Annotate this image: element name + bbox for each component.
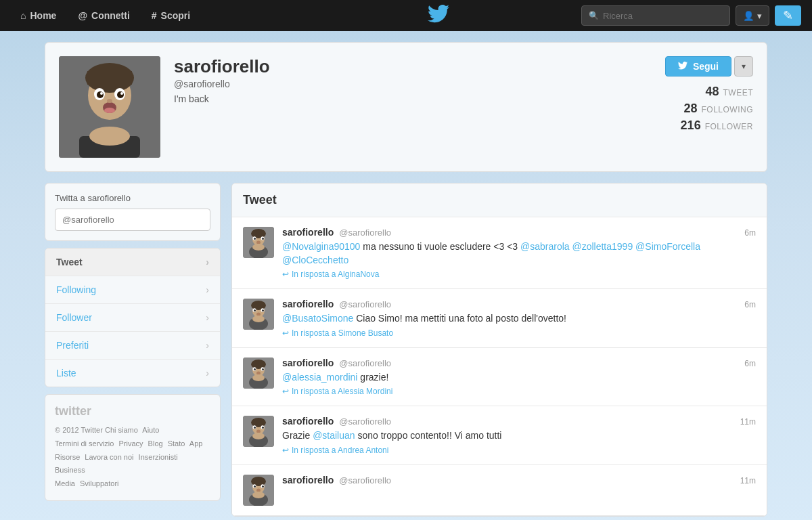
svg-point-32	[262, 309, 264, 311]
tweet-handle-3: @sarofiorello	[339, 358, 391, 368]
footer-link-media[interactable]: Media	[55, 479, 75, 488]
tweet-to-box: Twitta a sarofiorello	[45, 183, 221, 241]
tweet-author-1: sarofiorello	[282, 227, 334, 238]
chevron-right-icon: ›	[206, 257, 209, 267]
svg-point-65	[252, 492, 265, 498]
footer-link-blog[interactable]: Blog	[148, 439, 163, 448]
tweet-mention-2[interactable]: @sabrarola	[520, 241, 570, 252]
follow-button-label: Segui	[693, 61, 719, 72]
hash-icon: #	[152, 10, 157, 21]
search-input[interactable]	[603, 11, 723, 21]
tweet-mention-busato[interactable]: @BusatoSimone	[282, 313, 353, 324]
search-bar[interactable]: 🔍	[581, 5, 730, 26]
footer-link-sviluppatori[interactable]: Sviluppatori	[80, 479, 118, 488]
sidebar-item-preferiti[interactable]: Preferiti ›	[45, 332, 220, 360]
tweet-body-5: sarofiorello @sarofiorello 11m	[282, 475, 756, 506]
at-icon: @	[78, 10, 87, 21]
tweet-meta-3: sarofiorello @sarofiorello 6m	[282, 358, 756, 368]
tweet-mention-1[interactable]: @Novalgina90100	[282, 241, 360, 252]
footer-link-stato[interactable]: Stato	[168, 439, 185, 448]
svg-point-12	[104, 108, 115, 113]
tweet-to-input[interactable]	[55, 209, 210, 231]
sidebar-item-follower[interactable]: Follower ›	[45, 304, 220, 332]
tweet-reply-4: ↩ In risposta a Andrea Antoni	[282, 446, 756, 455]
page-wrap: sarofiorello @sarofiorello I'm back Segu…	[34, 31, 778, 520]
follower-count: 216	[681, 118, 701, 133]
tweets-label: TWEET	[723, 88, 754, 98]
sidebar-follower-label: Follower	[56, 312, 92, 323]
tweet-mention-4[interactable]: @SimoForcella	[635, 241, 700, 252]
svg-point-55	[252, 433, 265, 439]
nav-home[interactable]: ⌂ Home	[11, 0, 66, 31]
caret-down-icon: ▾	[742, 62, 746, 71]
footer-link-chi-siamo[interactable]: Chi siamo	[105, 426, 138, 434]
svg-point-33	[256, 313, 261, 316]
tweets-count: 48	[705, 85, 719, 99]
nav-connect[interactable]: @ Connetti	[68, 0, 139, 31]
nav-left: ⌂ Home @ Connetti # Scopri	[11, 0, 296, 31]
svg-point-63	[256, 488, 261, 492]
tweet-mention-5[interactable]: @CloCecchetto	[282, 255, 348, 265]
tweet-item: sarofiorello @sarofiorello 6m @Novalgina…	[232, 217, 767, 289]
tweet-reply-link-2[interactable]: In risposta a Simone Busato	[292, 328, 393, 338]
svg-point-28	[251, 301, 266, 310]
tweet-mention-stailuan[interactable]: @stailuan	[313, 430, 355, 441]
footer-link-business[interactable]: Business	[55, 466, 85, 474]
footer-link-termini[interactable]: Termini di servizio	[55, 439, 114, 448]
tweet-time-2: 6m	[744, 300, 756, 309]
chevron-right-icon-4: ›	[206, 340, 209, 351]
tweet-meta-1: sarofiorello @sarofiorello 6m	[282, 227, 756, 238]
tweet-avatar-1	[243, 227, 274, 258]
tweet-mention-3[interactable]: @zolletta1999	[572, 241, 633, 252]
tweet-body-1: sarofiorello @sarofiorello 6m @Novalgina…	[282, 227, 756, 279]
tweet-item-4: sarofiorello @sarofiorello 11m Grazie @s…	[232, 406, 767, 465]
caret-icon: ▾	[757, 11, 762, 21]
compose-button[interactable]: ✎	[775, 5, 801, 26]
profile-header: sarofiorello @sarofiorello I'm back Segu…	[45, 42, 767, 172]
footer-copyright: © 2012 Twitter	[55, 426, 103, 434]
profile-stats: 48 TWEET 28 FOLLOWING 216 FOLLOWER	[681, 85, 753, 133]
svg-point-35	[252, 316, 265, 322]
tweet-avatar-3	[243, 358, 274, 389]
tweet-time-5: 11m	[740, 476, 756, 485]
footer-link-lavora[interactable]: Lavora con noi	[85, 453, 133, 461]
footer-link-app[interactable]: App	[189, 439, 203, 448]
reply-arrow-icon-3: ↩	[282, 387, 289, 396]
tweet-text-1: @Novalgina90100 ma nessuno ti vuole escl…	[282, 240, 756, 267]
tweet-reply-link-1[interactable]: In risposta a AlginaNova	[292, 269, 379, 279]
footer-link-privacy[interactable]: Privacy	[118, 439, 143, 448]
home-icon: ⌂	[20, 10, 26, 21]
tweet-author-3: sarofiorello	[282, 358, 334, 368]
content-area: Twitta a sarofiorello Tweet › Following …	[45, 183, 767, 517]
tweet-handle-4: @sarofiorello	[339, 416, 391, 427]
user-menu-button[interactable]: 👤 ▾	[736, 5, 769, 26]
sidebar-preferiti-label: Preferiti	[56, 340, 89, 351]
footer-link-inserzionisti[interactable]: Inserzionisti	[139, 453, 178, 461]
tweet-item-5: sarofiorello @sarofiorello 11m	[232, 465, 767, 516]
svg-point-22	[262, 238, 264, 240]
chevron-right-icon-3: ›	[206, 312, 209, 323]
follower-label: FOLLOWER	[705, 122, 753, 131]
sidebar-item-tweet[interactable]: Tweet ›	[45, 248, 220, 276]
nav-right: 🔍 👤 ▾ ✎	[581, 5, 801, 26]
sidebar-item-following[interactable]: Following ›	[45, 276, 220, 304]
navbar: ⌂ Home @ Connetti # Scopri 🔍 👤 ▾ ✎	[0, 0, 812, 31]
sidebar-following-label: Following	[56, 284, 96, 295]
follow-row: Segui ▾	[665, 56, 753, 77]
tweet-meta-4: sarofiorello @sarofiorello 11m	[282, 416, 756, 427]
nav-connect-label: Connetti	[91, 10, 130, 21]
sidebar-tweet-label: Tweet	[56, 257, 83, 267]
footer-link-risorse[interactable]: Risorse	[55, 453, 80, 461]
sidebar-item-liste[interactable]: Liste ›	[45, 360, 220, 387]
nav-discover[interactable]: # Scopri	[142, 0, 200, 31]
svg-point-41	[254, 368, 256, 370]
follow-caret-button[interactable]: ▾	[734, 56, 753, 77]
tweet-mention-alessia[interactable]: @alessia_mordini	[282, 372, 357, 383]
footer-link-aiuto[interactable]: Aiuto	[142, 426, 159, 434]
tweet-reply-link-4[interactable]: In risposta a Andrea Antoni	[292, 446, 388, 455]
tweet-reply-link-3[interactable]: In risposta a Alessia Mordini	[292, 387, 392, 396]
follow-button[interactable]: Segui	[665, 56, 731, 77]
tweet-avatar-2	[243, 299, 274, 330]
tweets-stat: 48 TWEET	[705, 85, 753, 99]
tweets-panel: Tweet	[231, 183, 767, 517]
